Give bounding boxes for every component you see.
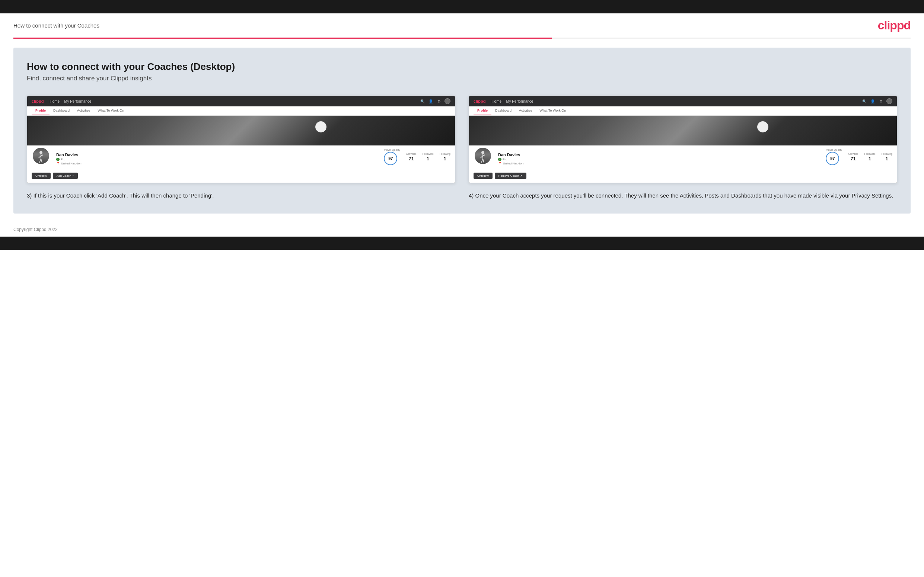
mockup-left-tab-profile[interactable]: Profile bbox=[32, 106, 50, 115]
mockup-left-activities-value: 71 bbox=[406, 156, 417, 161]
mockup-right-tab-whattoworkon[interactable]: What To Work On bbox=[536, 106, 570, 115]
mockup-right-nav-home[interactable]: Home bbox=[491, 99, 501, 103]
svg-line-4 bbox=[39, 159, 41, 163]
header-divider bbox=[13, 37, 911, 39]
mockup-left-tab-whattoworkon[interactable]: What To Work On bbox=[94, 106, 128, 115]
mockup-left-following-value: 1 bbox=[439, 156, 451, 161]
mockup-left-stat-following: Following 1 bbox=[439, 153, 451, 161]
mockup-left-buttons: Unfollow Add Coach + bbox=[27, 172, 455, 183]
mockup-right-stat-followers: Followers 1 bbox=[864, 153, 875, 161]
mockup-left-followers-value: 1 bbox=[422, 156, 433, 161]
mockup-right-followers-label: Followers bbox=[864, 153, 875, 155]
mockup-left-user-info: Dan Davies ✓ Pro 📍 United Kingdom bbox=[56, 153, 378, 165]
mockup-right-quality-label: Player Quality bbox=[826, 148, 842, 151]
mockup-right-removecoach-button[interactable]: Remove Coach ✕ bbox=[495, 172, 527, 179]
mockup-right-tab-activities[interactable]: Activities bbox=[515, 106, 536, 115]
mockup-right-location-icon: 📍 bbox=[498, 162, 502, 165]
mockup-right-nav: clippd Home My Performance 🔍 👤 ⚙ bbox=[469, 96, 897, 106]
mockup-left-location: 📍 United Kingdom bbox=[56, 162, 378, 165]
mockup-left-user-badge: ✓ Pro bbox=[56, 158, 378, 161]
svg-line-10 bbox=[481, 159, 483, 163]
mockup-left-tab-activities[interactable]: Activities bbox=[73, 106, 94, 115]
mockup-right-tab-profile[interactable]: Profile bbox=[473, 106, 491, 115]
golfer-icon bbox=[36, 151, 46, 164]
mockup-right-user-icon[interactable]: 👤 bbox=[870, 98, 875, 104]
page-heading: How to connect with your Coaches (Deskto… bbox=[27, 61, 897, 73]
mockup-right-avatar-inner bbox=[475, 148, 491, 164]
mockup-left-stat-activities: Activities 71 bbox=[406, 153, 417, 161]
mockup-right-nav-links: Home My Performance bbox=[491, 99, 856, 103]
mockup-left-nav-home[interactable]: Home bbox=[50, 99, 60, 103]
svg-point-6 bbox=[481, 151, 485, 154]
main-content: How to connect with your Coaches (Deskto… bbox=[13, 48, 911, 214]
mockup-left-avatar-nav[interactable] bbox=[444, 98, 451, 104]
mockup-left-nav-links: Home My Performance bbox=[50, 99, 414, 103]
mockup-left-unfollow-button[interactable]: Unfollow bbox=[32, 172, 51, 179]
mockup-right-following-label: Following bbox=[881, 153, 892, 155]
mockup-left-location-text: United Kingdom bbox=[61, 162, 82, 165]
mockup-right-activities-label: Activities bbox=[848, 153, 858, 155]
screenshots-row: clippd Home My Performance 🔍 👤 ⚙ Profile bbox=[27, 96, 897, 200]
header: How to connect with your Coaches clippd bbox=[0, 13, 924, 37]
mockup-left-tabs: Profile Dashboard Activities What To Wor… bbox=[27, 106, 455, 116]
mockup-right-removecoach-label: Remove Coach bbox=[499, 174, 519, 177]
page-subheading: Find, connect and share your Clippd insi… bbox=[27, 75, 897, 82]
right-column: clippd Home My Performance 🔍 👤 ⚙ Profile bbox=[469, 96, 897, 200]
mockup-left-quality-value: 97 bbox=[384, 152, 397, 165]
mockup-right-banner-img bbox=[469, 116, 897, 145]
mockup-right-settings-icon[interactable]: ⚙ bbox=[878, 98, 884, 104]
mockup-left-user-icon[interactable]: 👤 bbox=[428, 98, 433, 104]
mockup-left-settings-icon[interactable]: ⚙ bbox=[436, 98, 441, 104]
mockup-left-following-label: Following bbox=[439, 153, 451, 155]
mockup-left-banner-img bbox=[27, 116, 455, 145]
mockup-right-logo: clippd bbox=[473, 99, 485, 103]
mockup-right-avatar bbox=[473, 147, 492, 165]
right-description: 4) Once your Coach accepts your request … bbox=[469, 191, 897, 200]
mockup-right-search-icon[interactable]: 🔍 bbox=[862, 98, 867, 104]
mockup-right-tabs: Profile Dashboard Activities What To Wor… bbox=[469, 106, 897, 116]
golfer-right-icon bbox=[478, 151, 488, 164]
mockup-left-avatar bbox=[32, 147, 50, 165]
mockup-left-followers-label: Followers bbox=[422, 153, 433, 155]
svg-line-5 bbox=[41, 159, 42, 163]
mockup-left-activities-label: Activities bbox=[406, 153, 417, 155]
mockup-left-stats: Player Quality 97 Activities 71 Follower… bbox=[384, 148, 451, 165]
left-column: clippd Home My Performance 🔍 👤 ⚙ Profile bbox=[27, 96, 455, 200]
mockup-right-avatar-nav[interactable] bbox=[887, 98, 892, 104]
mockup-right-nav-myperformance[interactable]: My Performance bbox=[506, 99, 533, 103]
mockup-left-addcoach-label: Add Coach bbox=[57, 174, 71, 177]
mockup-left-quality-label: Player Quality bbox=[384, 148, 400, 151]
mockup-right-unfollow-button[interactable]: Unfollow bbox=[473, 172, 493, 179]
svg-line-11 bbox=[483, 159, 484, 163]
mockup-left-profile: Dan Davies ✓ Pro 📍 United Kingdom Player… bbox=[27, 145, 455, 170]
mockup-left-nav-myperformance[interactable]: My Performance bbox=[64, 99, 91, 103]
mockup-right-nav-icons: 🔍 👤 ⚙ bbox=[862, 98, 892, 104]
mockup-right-verified-icon: ✓ bbox=[498, 158, 501, 161]
mockup-right-profile: Dan Davies ✓ Pro 📍 United Kingdom Player… bbox=[469, 145, 897, 170]
logo: clippd bbox=[878, 19, 911, 32]
mockup-left-addcoach-button[interactable]: Add Coach + bbox=[53, 172, 78, 179]
header-title: How to connect with your Coaches bbox=[13, 22, 99, 29]
mockup-right-stat-following: Following 1 bbox=[881, 153, 892, 161]
mockup-right-user-name: Dan Davies bbox=[498, 153, 820, 157]
mockup-left-avatar-inner bbox=[33, 148, 49, 164]
mockup-left-logo: clippd bbox=[32, 99, 44, 103]
mockup-left-verified-icon: ✓ bbox=[56, 158, 60, 161]
mockup-right-user-info: Dan Davies ✓ Pro 📍 United Kingdom bbox=[498, 153, 820, 165]
mockup-right: clippd Home My Performance 🔍 👤 ⚙ Profile bbox=[469, 96, 897, 183]
left-description: 3) If this is your Coach click ‘Add Coac… bbox=[27, 191, 455, 200]
mockup-left-stat-followers: Followers 1 bbox=[422, 153, 433, 161]
mockup-right-location-text: United Kingdom bbox=[503, 162, 524, 165]
mockup-right-banner bbox=[469, 116, 897, 145]
mockup-right-stat-activities: Activities 71 bbox=[848, 153, 858, 161]
mockup-left-tab-dashboard[interactable]: Dashboard bbox=[50, 106, 73, 115]
mockup-left-search-icon[interactable]: 🔍 bbox=[420, 98, 425, 104]
mockup-left-nav-icons: 🔍 👤 ⚙ bbox=[420, 98, 451, 104]
mockup-left-badge-label: Pro bbox=[61, 158, 65, 161]
mockup-left-user-name: Dan Davies bbox=[56, 153, 378, 157]
mockup-right-x-icon: ✕ bbox=[520, 174, 523, 177]
mockup-left: clippd Home My Performance 🔍 👤 ⚙ Profile bbox=[27, 96, 455, 183]
mockup-right-location: 📍 United Kingdom bbox=[498, 162, 820, 165]
mockup-right-stats: Player Quality 97 Activities 71 Follower… bbox=[826, 148, 892, 165]
mockup-right-tab-dashboard[interactable]: Dashboard bbox=[491, 106, 515, 115]
